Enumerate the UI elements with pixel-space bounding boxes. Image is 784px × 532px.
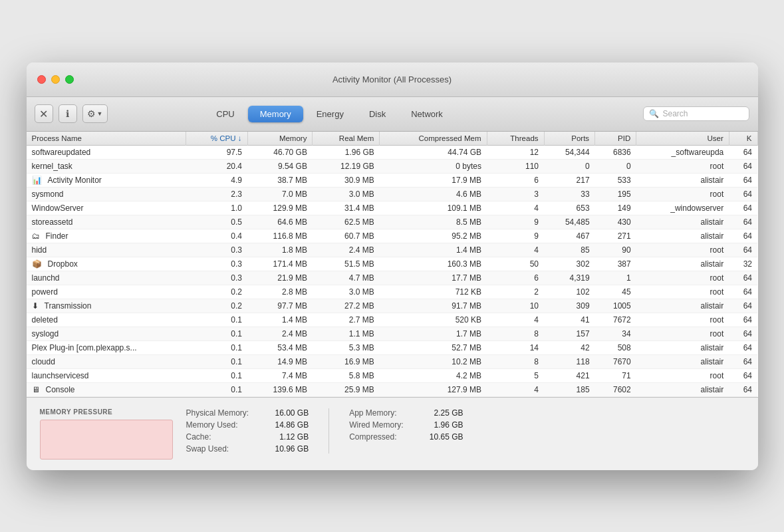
stats-section: Physical Memory:16.00 GBMemory Used:14.8… bbox=[186, 408, 463, 454]
table-row[interactable]: softwareupdated97.546.70 GB1.96 GB44.74 … bbox=[27, 145, 758, 159]
cell-ports: 33 bbox=[544, 187, 595, 201]
process-name: hidd bbox=[32, 245, 47, 255]
cell-cpu: 0.4 bbox=[186, 229, 248, 243]
tab-disk[interactable]: Disk bbox=[357, 106, 398, 122]
cell-pid: 271 bbox=[595, 229, 636, 243]
cell-k: 64 bbox=[729, 173, 757, 187]
process-table-container[interactable]: Process Name % CPU ↓ Memory Real Mem Com… bbox=[27, 132, 758, 397]
cell-ports: 4,319 bbox=[544, 271, 595, 285]
cell-pid: 387 bbox=[595, 257, 636, 271]
tab-group: CPU Memory Energy Disk Network bbox=[204, 106, 455, 122]
table-row[interactable]: ⬇Transmission0.297.7 MB27.2 MB91.7 MB103… bbox=[27, 299, 758, 313]
close-btn[interactable]: ✕ bbox=[35, 104, 53, 123]
cell-ports: 467 bbox=[544, 229, 595, 243]
cell-threads: 14 bbox=[487, 340, 544, 354]
table-row[interactable]: syslogd0.12.4 MB1.1 MB1.7 MB815734root64 bbox=[27, 327, 758, 340]
info-btn[interactable]: ℹ bbox=[59, 104, 77, 123]
cell-realmem: 1.1 MB bbox=[313, 327, 380, 340]
table-row[interactable]: 🖥Console0.1139.6 MB25.9 MB127.9 MB418576… bbox=[27, 382, 758, 396]
stat-value: 1.96 GB bbox=[417, 420, 463, 430]
tab-energy[interactable]: Energy bbox=[305, 106, 356, 122]
process-name-cell: powerd bbox=[27, 285, 186, 299]
cell-k: 64 bbox=[729, 201, 757, 215]
table-row[interactable]: sysmond2.37.0 MB3.0 MB4.6 MB333195root64 bbox=[27, 187, 758, 201]
col-header-cpu[interactable]: % CPU ↓ bbox=[186, 132, 248, 146]
stat-row: Cache:1.12 GB bbox=[186, 432, 309, 442]
table-row[interactable]: powerd0.22.8 MB3.0 MB712 KB210245root64 bbox=[27, 285, 758, 299]
cell-threads: 110 bbox=[487, 159, 544, 173]
cell-cpu: 0.3 bbox=[186, 243, 248, 257]
search-input[interactable] bbox=[662, 109, 743, 118]
table-row[interactable]: 📦Dropbox0.3171.4 MB51.5 MB160.3 MB503023… bbox=[27, 257, 758, 271]
table-row[interactable]: hidd0.31.8 MB2.4 MB1.4 MB48590root64 bbox=[27, 243, 758, 257]
cell-memory: 2.4 MB bbox=[247, 327, 313, 340]
cell-threads: 8 bbox=[487, 354, 544, 368]
cell-cpu: 4.9 bbox=[186, 173, 248, 187]
table-row[interactable]: WindowServer1.0129.9 MB31.4 MB109.1 MB46… bbox=[27, 201, 758, 215]
search-box: 🔍 bbox=[643, 106, 749, 121]
stat-value: 16.00 GB bbox=[262, 408, 309, 418]
process-name: Activity Monitor bbox=[48, 176, 102, 185]
stat-row: Physical Memory:16.00 GB bbox=[186, 408, 309, 418]
table-row[interactable]: cloudd0.114.9 MB16.9 MB10.2 MB81187670al… bbox=[27, 354, 758, 368]
table-row[interactable]: storeassetd0.564.6 MB62.5 MB8.5 MB954,48… bbox=[27, 215, 758, 229]
table-row[interactable]: launchd0.321.9 MB4.7 MB17.7 MB64,3191roo… bbox=[27, 271, 758, 285]
table-row[interactable]: Plex Plug-in [com.plexapp.s...0.153.4 MB… bbox=[27, 340, 758, 354]
bottom-panel: MEMORY PRESSURE Physical Memory:16.00 GB… bbox=[27, 397, 758, 470]
process-name-cell: 🗂Finder bbox=[27, 229, 186, 243]
process-name-cell: WindowServer bbox=[27, 201, 186, 215]
stat-label: Cache: bbox=[186, 432, 211, 442]
cell-compressed: 17.7 MB bbox=[380, 271, 487, 285]
tab-cpu[interactable]: CPU bbox=[204, 106, 246, 122]
col-header-k[interactable]: K bbox=[729, 132, 757, 146]
cell-compressed: 91.7 MB bbox=[380, 299, 487, 313]
table-row[interactable]: 🗂Finder0.4116.8 MB60.7 MB95.2 MB9467271a… bbox=[27, 229, 758, 243]
table-row[interactable]: kernel_task20.49.54 GB12.19 GB0 bytes110… bbox=[27, 159, 758, 173]
cell-k: 64 bbox=[729, 368, 757, 382]
col-header-user[interactable]: User bbox=[636, 132, 729, 146]
col-header-threads[interactable]: Threads bbox=[487, 132, 544, 146]
cell-user: root bbox=[636, 187, 729, 201]
cell-user: alistair bbox=[636, 382, 729, 396]
process-name: Transmission bbox=[45, 301, 92, 311]
col-header-ports[interactable]: Ports bbox=[544, 132, 595, 146]
col-header-compressed[interactable]: Compressed Mem bbox=[380, 132, 487, 146]
cell-k: 64 bbox=[729, 243, 757, 257]
toolbar: ✕ ℹ ⚙▼ CPU Memory Energy Disk Network 🔍 bbox=[27, 97, 758, 132]
col-header-memory[interactable]: Memory bbox=[247, 132, 313, 146]
cell-ports: 118 bbox=[544, 354, 595, 368]
cell-user: root bbox=[636, 159, 729, 173]
cell-k: 64 bbox=[729, 327, 757, 340]
table-row[interactable]: deleted0.11.4 MB2.7 MB520 KB4417672root6… bbox=[27, 313, 758, 327]
gear-btn[interactable]: ⚙▼ bbox=[82, 104, 108, 123]
table-row[interactable]: 📊Activity Monitor4.938.7 MB30.9 MB17.9 M… bbox=[27, 173, 758, 187]
cell-threads: 8 bbox=[487, 327, 544, 340]
cell-memory: 14.9 MB bbox=[247, 354, 313, 368]
cell-memory: 97.7 MB bbox=[247, 299, 313, 313]
cell-threads: 9 bbox=[487, 215, 544, 229]
process-name-cell: cloudd bbox=[27, 355, 186, 368]
cell-realmem: 25.9 MB bbox=[313, 382, 380, 396]
col-header-pid[interactable]: PID bbox=[595, 132, 636, 146]
table-row[interactable]: launchservicesd0.17.4 MB5.8 MB4.2 MB5421… bbox=[27, 368, 758, 382]
tab-memory[interactable]: Memory bbox=[248, 106, 303, 122]
cell-threads: 50 bbox=[487, 257, 544, 271]
cell-pid: 90 bbox=[595, 243, 636, 257]
cell-k: 64 bbox=[729, 382, 757, 396]
cell-compressed: 17.9 MB bbox=[380, 173, 487, 187]
maximize-button[interactable] bbox=[65, 75, 74, 84]
cell-k: 32 bbox=[729, 257, 757, 271]
cell-ports: 157 bbox=[544, 327, 595, 340]
cell-realmem: 62.5 MB bbox=[313, 215, 380, 229]
cell-user: root bbox=[636, 243, 729, 257]
stat-row: Memory Used:14.86 GB bbox=[186, 420, 309, 430]
close-button[interactable] bbox=[37, 75, 46, 84]
cell-realmem: 5.3 MB bbox=[313, 340, 380, 354]
stat-value: 14.86 GB bbox=[262, 420, 309, 430]
minimize-button[interactable] bbox=[51, 75, 60, 84]
tab-network[interactable]: Network bbox=[399, 106, 455, 122]
cell-user: root bbox=[636, 271, 729, 285]
col-header-name[interactable]: Process Name bbox=[27, 132, 186, 146]
process-name-cell: ⬇Transmission bbox=[27, 299, 186, 313]
col-header-realmem[interactable]: Real Mem bbox=[313, 132, 380, 146]
